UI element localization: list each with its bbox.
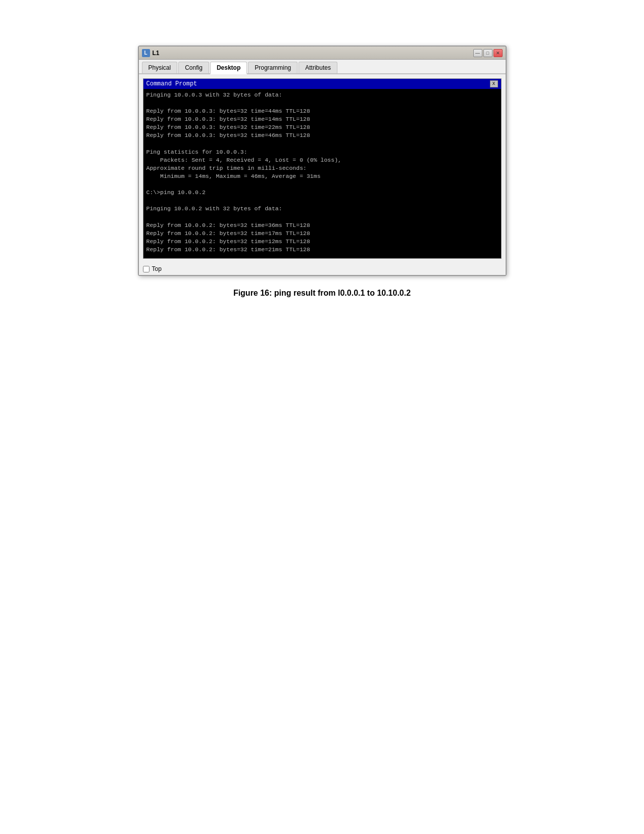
tab-attributes[interactable]: Attributes <box>299 62 337 73</box>
cmd-line: Pinging 10.0.0.2 with 32 bytes of data: <box>146 205 498 213</box>
cmd-line <box>146 213 498 221</box>
cmd-line <box>146 99 498 107</box>
window-title: L1 <box>153 50 160 57</box>
title-bar-left: L L1 <box>142 49 160 57</box>
window-close-button[interactable]: ✕ <box>493 49 503 57</box>
cmd-line: Reply from 10.0.0.3: bytes=32 time=46ms … <box>146 131 498 140</box>
cmd-line: Reply from 10.0.0.2: bytes=32 time=21ms … <box>146 246 498 254</box>
main-window: L L1 — □ ✕ Physical Config Desktop Progr… <box>138 45 507 276</box>
tab-desktop[interactable]: Desktop <box>210 62 247 74</box>
content-area: Command Prompt X Pinging 10.0.0.3 with 3… <box>139 74 506 263</box>
cmd-line: Reply from 10.0.0.2: bytes=32 time=36ms … <box>146 221 498 229</box>
cmd-line: Minimum = 14ms, Maximum = 46ms, Average … <box>146 172 498 180</box>
cmd-line <box>146 197 498 205</box>
window-frame: L L1 — □ ✕ Physical Config Desktop Progr… <box>138 45 507 276</box>
top-checkbox[interactable] <box>143 266 150 272</box>
window-icon: L <box>142 49 150 57</box>
cmd-window: Command Prompt X Pinging 10.0.0.3 with 3… <box>143 78 502 259</box>
cmd-title-text: Command Prompt <box>146 80 197 87</box>
maximize-button[interactable]: □ <box>483 49 492 57</box>
tab-config[interactable]: Config <box>178 62 209 73</box>
tab-programming[interactable]: Programming <box>248 62 298 73</box>
cmd-line <box>146 140 498 148</box>
top-checkbox-label: Top <box>152 265 162 272</box>
cmd-line: Reply from 10.0.0.3: bytes=32 time=44ms … <box>146 107 498 115</box>
figure-caption: Figure 16: ping result from l0.0.0.1 to … <box>233 289 411 298</box>
cmd-line: C:\>ping 10.0.0.2 <box>146 189 498 197</box>
tab-physical[interactable]: Physical <box>142 62 178 73</box>
title-bar-buttons: — □ ✕ <box>473 49 503 57</box>
cmd-title-bar: Command Prompt X <box>143 79 501 89</box>
cmd-line <box>146 180 498 189</box>
cmd-line: Pinging 10.0.0.3 with 32 bytes of data: <box>146 91 498 99</box>
tabs-bar: Physical Config Desktop Programming Attr… <box>139 60 506 74</box>
cmd-line: Ping statistics for 10.0.0.3: <box>146 148 498 156</box>
cmd-line: Approximate round trip times in milli-se… <box>146 164 498 172</box>
cmd-line: Reply from 10.0.0.3: bytes=32 time=22ms … <box>146 123 498 131</box>
title-bar: L L1 — □ ✕ <box>139 47 506 60</box>
cmd-line: Packets: Sent = 4, Received = 4, Lost = … <box>146 156 498 164</box>
cmd-line <box>146 254 498 258</box>
bottom-bar: Top <box>139 263 506 275</box>
cmd-body[interactable]: Pinging 10.0.0.3 with 32 bytes of data: … <box>143 89 501 258</box>
cmd-close-button[interactable]: X <box>490 80 498 87</box>
minimize-button[interactable]: — <box>473 49 482 57</box>
cmd-line: Reply from 10.0.0.2: bytes=32 time=17ms … <box>146 229 498 238</box>
cmd-line: Reply from 10.0.0.3: bytes=32 time=14ms … <box>146 115 498 123</box>
cmd-line: Reply from 10.0.0.2: bytes=32 time=12ms … <box>146 238 498 246</box>
